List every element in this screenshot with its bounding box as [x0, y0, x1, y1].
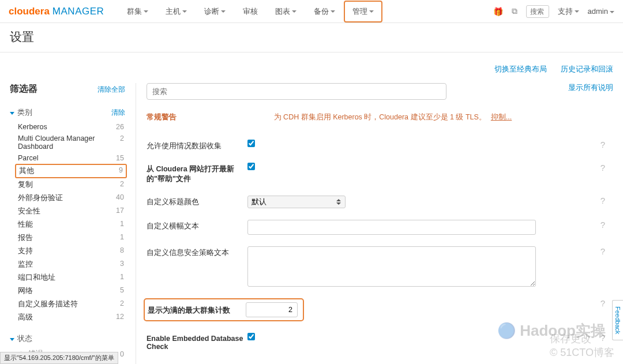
help-icon[interactable]: ? [592, 246, 613, 256]
category-item[interactable]: Parcel15 [17, 152, 125, 164]
help-icon[interactable]: ? [592, 140, 613, 149]
warning-section-title: 常规警告 [147, 112, 177, 121]
category-item[interactable]: 高级12 [17, 311, 125, 324]
setting-row: 自定义横幅文本? [147, 214, 613, 241]
nav-item-0[interactable]: 群集 [118, 1, 157, 22]
top-links: 切换至经典布局 历史记录和回滚 [10, 64, 613, 74]
logo-brand: cloudera [9, 6, 50, 17]
chevron-down-icon [10, 338, 14, 341]
feedback-tab[interactable]: Feedback [612, 300, 623, 340]
setting-text-input[interactable] [247, 220, 536, 235]
nav-right: 🎁 ⧉ 支持 admin [493, 5, 614, 18]
setting-label: 从 Cloudera 网站打开最新的"帮助"文件 [147, 163, 247, 184]
setting-checkbox[interactable] [247, 140, 255, 147]
settings-main: 显示所有说明 常规警告 为 CDH 群集启用 Kerberos 时，Cloude… [136, 83, 613, 364]
running-icon[interactable]: ⧉ [512, 6, 517, 16]
nav-item-4[interactable]: 图表 [267, 1, 305, 22]
help-icon[interactable]: ? [592, 196, 613, 205]
setting-label: 允许使用情况数据收集 [147, 140, 247, 151]
setting-label: 自定义信息安全策略文本 [147, 246, 247, 258]
setting-row: 显示为满的最大群集计数? [147, 292, 613, 327]
suppress-link[interactable]: 抑制... [491, 113, 512, 121]
settings-form: 允许使用情况数据收集?从 Cloudera 网站打开最新的"帮助"文件?自定义标… [147, 134, 613, 357]
category-item[interactable]: 其他9 [15, 164, 127, 178]
setting-row: 从 Cloudera 网站打开最新的"帮助"文件? [147, 157, 613, 190]
show-all-link[interactable]: 显示所有说明 [568, 83, 613, 93]
category-list: Kerberos26Multi Cloudera Manager Dashboa… [10, 121, 125, 324]
parcel-icon[interactable]: 🎁 [493, 7, 503, 16]
nav-item-5[interactable]: 备份 [305, 1, 344, 22]
user-menu[interactable]: admin [588, 7, 614, 16]
nav-item-3[interactable]: 审核 [234, 1, 267, 22]
setting-label: Enable Embedded Database Check [147, 333, 247, 351]
global-search-input[interactable] [526, 5, 549, 18]
setting-number-input[interactable] [246, 302, 298, 317]
help-icon[interactable]: ? [592, 333, 613, 343]
chevron-down-icon [10, 112, 14, 115]
logo-suffix: MANAGER [52, 6, 104, 17]
setting-checkbox[interactable] [247, 333, 255, 340]
category-item[interactable]: 外部身份验证40 [17, 192, 125, 205]
page-title-bar: 设置 [0, 23, 623, 52]
setting-row: 允许使用情况数据收集? [147, 134, 613, 157]
setting-label: 显示为满的最大群集计数 [148, 304, 246, 316]
filter-sidebar: 筛选器 清除全部 类别 清除 Kerberos26Multi Cloudera … [10, 83, 125, 364]
support-menu[interactable]: 支持 [558, 6, 579, 17]
category-item[interactable]: 监控3 [17, 258, 125, 271]
setting-row: Enable Embedded Database Check? [147, 327, 613, 357]
warning-message: 为 CDH 群集启用 Kerberos 时，Cloudera 建议至少是 1 级… [274, 113, 512, 121]
category-item[interactable]: 支持8 [17, 245, 125, 258]
status-header[interactable]: 状态 [10, 330, 125, 347]
help-icon[interactable]: ? [592, 220, 613, 230]
status-footer: 显示"54.169.205.205:7180/cmf/"的菜单 [0, 352, 118, 364]
category-item[interactable]: 网络5 [17, 284, 125, 298]
settings-search-input[interactable] [147, 83, 446, 100]
switch-classic-link[interactable]: 切换至经典布局 [494, 65, 547, 73]
top-navigation: cloudera MANAGER 群集主机诊断审核图表备份管理 🎁 ⧉ 支持 a… [0, 0, 623, 23]
category-item[interactable]: Kerberos26 [17, 121, 125, 133]
setting-textarea[interactable] [247, 246, 536, 287]
category-item[interactable]: 报告1 [17, 231, 125, 245]
nav-item-6[interactable]: 管理 [344, 1, 382, 22]
category-clear-link[interactable]: 清除 [111, 108, 125, 118]
page-title: 设置 [10, 29, 613, 45]
category-item[interactable]: 安全性17 [17, 205, 125, 218]
category-item[interactable]: 自定义服务描述符2 [17, 298, 125, 311]
setting-row: 自定义信息安全策略文本? [147, 241, 613, 292]
setting-row: 自定义标题颜色默认? [147, 190, 613, 214]
help-icon[interactable]: ? [592, 163, 613, 172]
setting-select[interactable]: 默认 [247, 196, 346, 208]
history-link[interactable]: 历史记录和回滚 [561, 65, 613, 73]
setting-label: 自定义横幅文本 [147, 220, 247, 231]
nav-item-2[interactable]: 诊断 [196, 1, 234, 22]
setting-checkbox[interactable] [247, 163, 255, 170]
category-header[interactable]: 类别 清除 [10, 104, 125, 121]
category-item[interactable]: Multi Cloudera Manager Dashboard2 [17, 133, 125, 152]
category-item[interactable]: 端口和地址1 [17, 271, 125, 284]
filter-title: 筛选器 [10, 83, 37, 95]
category-item[interactable]: 复制2 [17, 178, 125, 192]
help-icon[interactable]: ? [592, 298, 613, 308]
setting-label: 自定义标题颜色 [147, 196, 247, 207]
clear-all-link[interactable]: 清除全部 [97, 85, 125, 95]
nav-item-1[interactable]: 主机 [157, 1, 196, 22]
category-item[interactable]: 性能1 [17, 218, 125, 231]
nav-items: 群集主机诊断审核图表备份管理 [118, 1, 382, 22]
